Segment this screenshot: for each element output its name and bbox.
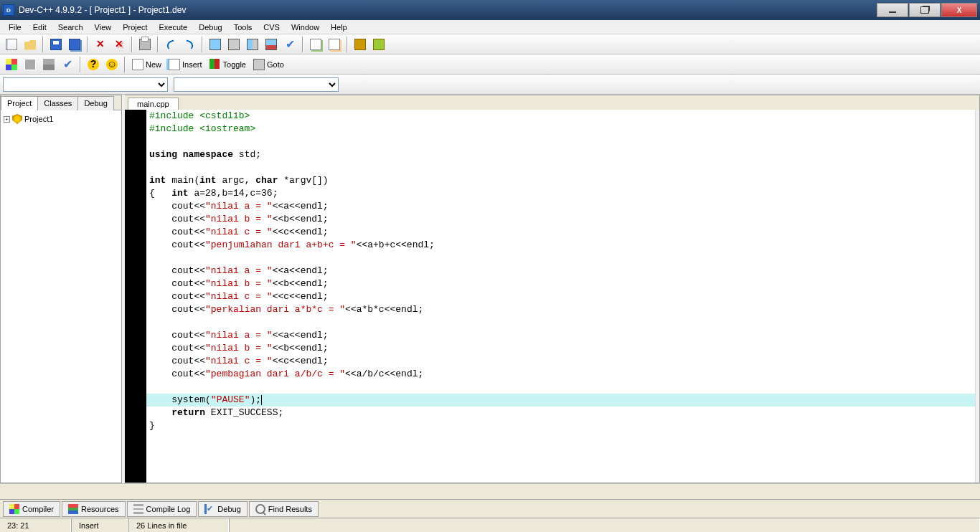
menu-execute[interactable]: Execute — [153, 22, 193, 33]
combo-toolbar — [0, 75, 980, 95]
menu-edit[interactable]: Edit — [27, 22, 52, 33]
menu-view[interactable]: View — [89, 22, 118, 33]
run-icon[interactable] — [225, 36, 242, 53]
saveall-icon[interactable] — [66, 36, 83, 53]
member-combo[interactable] — [174, 77, 339, 92]
maximize-button[interactable] — [909, 3, 941, 17]
titlebar: D Dev-C++ 4.9.9.2 - [ Project1 ] - Proje… — [0, 0, 980, 20]
window-title: Dev-C++ 4.9.9.2 - [ Project1 ] - Project… — [19, 5, 876, 15]
project-new-icon[interactable] — [307, 36, 324, 53]
dbg-icon: ✔ — [204, 504, 215, 514]
debug-icon[interactable]: ✔ — [281, 36, 298, 53]
shield-icon — [12, 114, 22, 124]
menu-tools[interactable]: Tools — [228, 22, 258, 33]
grid2-icon[interactable] — [22, 56, 39, 73]
left-tab-debug[interactable]: Debug — [77, 96, 113, 110]
status-cursor: 23: 21 — [0, 518, 72, 532]
bottom-tab-compiler[interactable]: Compiler — [3, 501, 60, 517]
tree-root-item[interactable]: + Project1 — [4, 113, 118, 125]
compiler-icon — [9, 504, 19, 514]
insert-button[interactable]: Insert — [166, 56, 205, 73]
bottom-tab-resources[interactable]: Resources — [62, 501, 126, 517]
find-icon — [255, 504, 265, 514]
secondary-toolbar: ✔ ? ☺ New Insert Toggle Goto — [0, 54, 980, 75]
menu-file[interactable]: File — [3, 22, 27, 33]
output-tabs: CompilerResourcesCompile Log✔DebugFind R… — [0, 499, 980, 518]
status-lines: 26 Lines in file — [129, 518, 230, 532]
grid3-icon[interactable] — [40, 56, 57, 73]
goto-button[interactable]: Goto — [250, 56, 287, 73]
editor-panel: main.cpp #include <cstdlib>#include <ios… — [125, 95, 980, 483]
left-tabs: ProjectClassesDebug — [1, 95, 121, 110]
rebuild-icon[interactable] — [263, 36, 280, 53]
editor-tab-main[interactable]: main.cpp — [128, 98, 179, 110]
menu-cvs[interactable]: CVS — [258, 22, 286, 33]
bottom-tab-find-results[interactable]: Find Results — [249, 501, 319, 517]
panel-gap — [0, 483, 980, 499]
editor-tabs: main.cpp — [125, 95, 979, 110]
open-icon[interactable] — [22, 36, 39, 53]
project-open-icon[interactable] — [326, 36, 343, 53]
split-handle[interactable] — [975, 110, 979, 483]
new-file-icon[interactable] — [3, 36, 20, 53]
expand-icon[interactable]: + — [4, 116, 10, 123]
res-icon — [68, 504, 78, 514]
close-file-icon[interactable]: ✕ — [92, 36, 109, 53]
save-icon[interactable] — [47, 36, 65, 53]
left-tab-project[interactable]: Project — [1, 96, 38, 110]
bottom-tab-debug[interactable]: ✔Debug — [198, 501, 247, 517]
app-icon: D — [3, 4, 14, 16]
minimize-button[interactable] — [877, 3, 908, 17]
status-bar: 23: 21 Insert 26 Lines in file — [0, 518, 980, 532]
closeall-icon[interactable]: ✕ — [110, 36, 128, 53]
undo-icon[interactable] — [162, 36, 179, 53]
project-tree[interactable]: + Project1 — [1, 110, 121, 483]
print-icon[interactable] — [136, 36, 154, 53]
tree-root-label: Project1 — [24, 115, 53, 123]
close-button[interactable]: X — [941, 3, 977, 17]
help-icon[interactable]: ? — [85, 56, 102, 73]
main-toolbar: ✕ ✕ ✔ — [0, 34, 980, 54]
new-button[interactable]: New — [129, 56, 164, 73]
log-icon — [133, 504, 143, 514]
bottom-tab-compile-log[interactable]: Compile Log — [127, 501, 197, 517]
compile-icon[interactable] — [207, 36, 224, 53]
replace-icon[interactable] — [370, 36, 387, 53]
menu-bar: FileEditSearchViewProjectExecuteDebugToo… — [0, 20, 980, 34]
project-panel: ProjectClassesDebug + Project1 — [0, 95, 122, 483]
toggle-button[interactable]: Toggle — [207, 56, 249, 73]
menu-window[interactable]: Window — [286, 22, 325, 33]
code-editor[interactable]: #include <cstdlib>#include <iostream>usi… — [146, 110, 975, 483]
menu-help[interactable]: Help — [325, 22, 353, 33]
status-mode: Insert — [72, 518, 129, 532]
about-icon[interactable]: ☺ — [103, 56, 121, 73]
redo-icon[interactable] — [181, 36, 198, 53]
check-icon[interactable]: ✔ — [59, 56, 76, 73]
grid-icon[interactable] — [3, 56, 20, 73]
status-empty — [230, 518, 980, 532]
compile-run-icon[interactable] — [244, 36, 261, 53]
menu-project[interactable]: Project — [117, 22, 153, 33]
class-combo[interactable] — [3, 77, 168, 92]
menu-search[interactable]: Search — [52, 22, 89, 33]
left-tab-classes[interactable]: Classes — [37, 96, 78, 110]
find-icon[interactable] — [352, 36, 369, 53]
menu-debug[interactable]: Debug — [193, 22, 227, 33]
editor-margin — [125, 110, 146, 483]
